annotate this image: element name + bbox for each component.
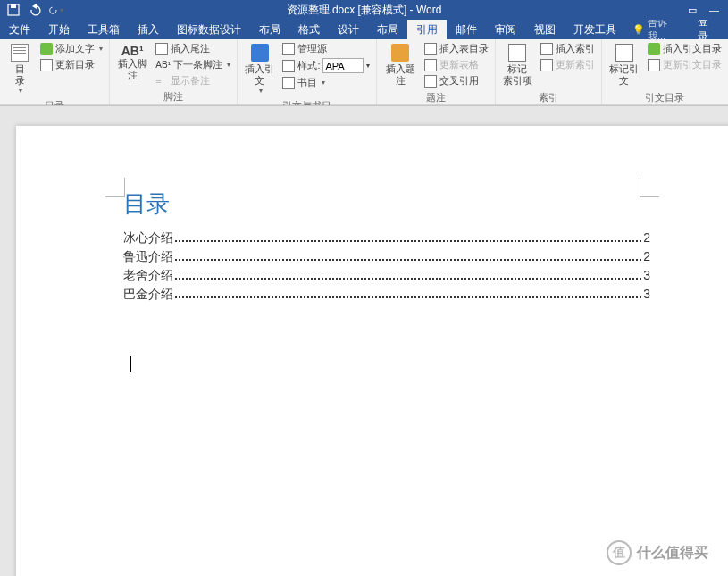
mark-citation-label: 标记引文 xyxy=(609,63,640,87)
ribbon: 目 录 添加文字 更新目录 目录 AB¹ 插入脚注 插入尾注 AB¹下一条脚注 … xyxy=(0,39,728,105)
manage-sources-label: 管理源 xyxy=(297,42,327,55)
tab-mailings[interactable]: 邮件 xyxy=(447,20,486,39)
manage-sources-button[interactable]: 管理源 xyxy=(280,41,372,56)
update-table-label: 更新表格 xyxy=(439,58,479,71)
show-notes-icon: ≡ xyxy=(155,75,168,88)
toc-entry[interactable]: 巴金介绍3 xyxy=(123,287,650,303)
toc-entries: 冰心介绍2鲁迅介绍2老舍介绍3巴金介绍3 xyxy=(123,230,650,303)
cross-ref-button[interactable]: 交叉引用 xyxy=(422,73,491,88)
bibliography-button[interactable]: 书目 xyxy=(280,75,372,90)
group-footnotes-label: 脚注 xyxy=(113,88,233,105)
insert-index-label: 插入索引 xyxy=(556,42,595,55)
save-icon[interactable] xyxy=(5,2,21,18)
style-label: 样式: xyxy=(297,59,320,72)
chevron-down-icon[interactable]: ▾ xyxy=(366,62,370,70)
mark-entry-button[interactable]: 标记 索引项 xyxy=(499,41,536,89)
toc-leader-dots xyxy=(175,259,641,261)
insert-citation-label: 插入引文 xyxy=(245,63,274,87)
mark-citation-button[interactable]: 标记引文 xyxy=(606,41,643,89)
insert-caption-button[interactable]: 插入题注 xyxy=(381,41,419,89)
window-controls: ▭ — xyxy=(688,4,728,16)
insert-tof-label: 插入表目录 xyxy=(439,42,489,55)
citation-style-row: 样式: ▾ xyxy=(280,57,372,74)
update-toc-label: 更新目录 xyxy=(55,58,95,71)
update-index-button[interactable]: 更新索引 xyxy=(538,57,598,72)
crossref-icon xyxy=(424,75,437,88)
margin-corner-tr xyxy=(640,178,659,197)
watermark-icon: 值 xyxy=(607,540,632,565)
manage-sources-icon xyxy=(282,43,295,55)
add-text-button[interactable]: 添加文字 xyxy=(38,41,105,56)
toc-button[interactable]: 目 录 xyxy=(4,41,36,97)
update-toa-button[interactable]: 更新引文目录 xyxy=(645,57,724,72)
toc-entry[interactable]: 冰心介绍2 xyxy=(123,230,650,246)
next-footnote-button[interactable]: AB¹下一条脚注 xyxy=(153,57,233,72)
group-captions: 插入题注 插入表目录 更新表格 交叉引用 题注 xyxy=(377,39,495,104)
next-footnote-label: 下一条脚注 xyxy=(173,58,222,71)
quick-access-toolbar xyxy=(0,2,64,18)
update-table-button[interactable]: 更新表格 xyxy=(422,57,491,72)
tab-layout[interactable]: 布局 xyxy=(250,20,289,39)
toc-entry[interactable]: 鲁迅介绍2 xyxy=(123,249,650,265)
add-text-icon xyxy=(40,43,53,55)
bibliography-label: 书目 xyxy=(297,76,317,89)
insert-index-button[interactable]: 插入索引 xyxy=(538,41,598,56)
show-notes-button[interactable]: ≡显示备注 xyxy=(153,73,233,88)
redo-icon[interactable] xyxy=(48,2,64,18)
insert-tof-button[interactable]: 插入表目录 xyxy=(422,41,491,56)
insert-footnote-button[interactable]: AB¹ 插入脚注 xyxy=(113,41,151,88)
tab-developer[interactable]: 开发工具 xyxy=(565,20,625,39)
toc-entry-title: 冰心介绍 xyxy=(123,230,173,246)
group-index: 标记 索引项 插入索引 更新索引 索引 xyxy=(496,39,602,104)
tab-pagelayout[interactable]: 布局 xyxy=(368,20,407,39)
tab-insert[interactable]: 插入 xyxy=(129,20,168,39)
ribbon-tabs: 文件 开始 工具箱 插入 图标数据设计 布局 格式 设计 布局 引用 邮件 审阅… xyxy=(0,20,728,39)
tab-references[interactable]: 引用 xyxy=(407,20,447,39)
document-area[interactable]: 目录 冰心介绍2鲁迅介绍2老舍介绍3巴金介绍3 xyxy=(0,105,728,576)
tab-format[interactable]: 格式 xyxy=(289,20,329,39)
toc-entry-page: 2 xyxy=(643,230,650,245)
undo-icon[interactable] xyxy=(27,2,43,18)
endnote-icon xyxy=(155,43,168,55)
tab-review[interactable]: 审阅 xyxy=(486,20,525,39)
group-toc: 目 录 添加文字 更新目录 目录 xyxy=(0,39,110,104)
tab-chartdesign[interactable]: 图标数据设计 xyxy=(168,20,250,39)
insert-citation-button[interactable]: 插入引文 xyxy=(241,41,278,97)
group-toa-label: 引文目录 xyxy=(606,89,724,106)
title-bar: 资源整理.docx [兼容模式] - Word ▭ — xyxy=(0,0,728,20)
insert-toa-icon xyxy=(648,43,660,55)
toc-entry[interactable]: 老舍介绍3 xyxy=(123,268,650,284)
page[interactable]: 目录 冰心介绍2鲁迅介绍2老舍介绍3巴金介绍3 xyxy=(16,126,728,576)
update-toc-button[interactable]: 更新目录 xyxy=(38,57,105,72)
watermark-text: 什么值得买 xyxy=(637,544,708,563)
ribbon-options-icon[interactable]: ▭ xyxy=(688,4,697,16)
tab-view[interactable]: 视图 xyxy=(525,20,565,39)
add-text-label: 添加文字 xyxy=(55,42,95,55)
insert-endnote-button[interactable]: 插入尾注 xyxy=(153,41,233,56)
tab-design[interactable]: 设计 xyxy=(329,20,368,39)
document-title: 资源整理.docx [兼容模式] - Word xyxy=(287,3,442,18)
toc-entry-title: 巴金介绍 xyxy=(123,287,173,303)
toc-entry-title: 老舍介绍 xyxy=(123,268,173,284)
login-button[interactable]: 登录 xyxy=(687,20,728,39)
tab-home[interactable]: 开始 xyxy=(39,20,79,39)
tof-icon xyxy=(424,43,437,55)
footnote-icon: AB¹ xyxy=(121,44,144,58)
toc-entry-page: 2 xyxy=(643,249,650,263)
tab-file[interactable]: 文件 xyxy=(0,20,39,39)
toc-entry-page: 3 xyxy=(643,287,650,301)
tab-toolbox[interactable]: 工具箱 xyxy=(79,20,129,39)
toc-entry-page: 3 xyxy=(643,268,650,282)
svg-rect-1 xyxy=(11,4,16,8)
insert-toa-button[interactable]: 插入引文目录 xyxy=(645,41,724,56)
tell-me-search[interactable]: 💡 告诉我... xyxy=(625,20,687,39)
minimize-icon[interactable]: — xyxy=(709,4,719,16)
update-index-icon xyxy=(540,59,553,71)
style-icon xyxy=(282,60,295,72)
mark-citation-icon xyxy=(615,44,633,62)
show-notes-label: 显示备注 xyxy=(171,74,210,88)
toc-label: 目 录 xyxy=(15,63,25,87)
style-select[interactable] xyxy=(322,58,364,73)
update-table-icon xyxy=(424,59,437,71)
toc-entry-title: 鲁迅介绍 xyxy=(123,249,173,265)
